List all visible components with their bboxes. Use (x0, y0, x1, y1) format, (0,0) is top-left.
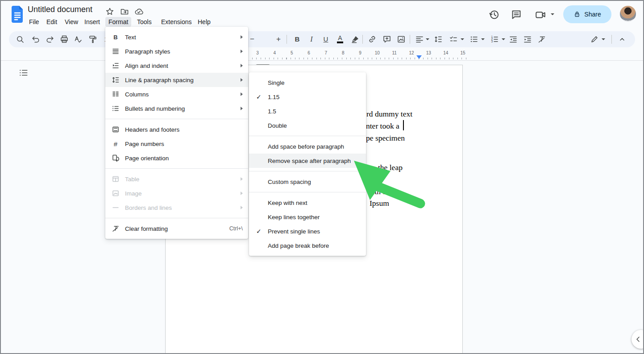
submenu-item-double[interactable]: Double (249, 118, 366, 133)
submenu-item-add-page-break-before[interactable]: Add page break before (249, 238, 366, 253)
video-call-dropdown-icon[interactable] (551, 13, 554, 15)
menu-item-bullets-and-numbering[interactable]: Bullets and numbering (105, 101, 248, 116)
menu-tools[interactable]: Tools (134, 17, 155, 27)
menu-item-clear-formatting[interactable]: Clear formatting Ctrl+\ (105, 221, 248, 236)
image-icon (112, 189, 120, 197)
ruler-number: 11 (391, 50, 397, 55)
line-spacing-icon (434, 35, 443, 44)
video-call-button[interactable] (535, 9, 546, 21)
ruler-number: 13 (425, 50, 432, 55)
menu-extensions[interactable]: Extensions (158, 17, 195, 27)
align-dropdown-icon[interactable] (426, 38, 429, 40)
collapse-toolbar-button[interactable] (618, 35, 627, 44)
submenu-item-prevent-single-lines[interactable]: ✓Prevent single lines (249, 224, 366, 238)
checklist-button[interactable] (449, 35, 458, 44)
version-history-button[interactable] (488, 9, 500, 21)
submenu-item-single[interactable]: Single (249, 75, 366, 90)
numbered-list-dropdown-icon[interactable] (502, 38, 505, 40)
menu-format[interactable]: Format (105, 17, 131, 27)
highlight-color-button[interactable] (351, 35, 360, 44)
menu-file[interactable]: File (26, 17, 42, 27)
undo-button[interactable] (31, 35, 40, 44)
submenu-item-keep-lines-together[interactable]: Keep lines together (249, 210, 366, 224)
menu-insert[interactable]: Insert (81, 17, 103, 27)
menu-item-text[interactable]: B Text (105, 30, 248, 44)
editing-mode-button[interactable] (590, 35, 599, 44)
submenu-item-keep-with-next[interactable]: Keep with next (249, 196, 366, 210)
submenu-arrow-icon (241, 206, 243, 209)
redo-icon (46, 35, 54, 44)
clear-formatting-button[interactable] (537, 35, 546, 44)
spelling-check-button[interactable] (74, 35, 83, 44)
doc-text-fragment: pe specimen (366, 133, 405, 143)
menu-item-align-and-indent[interactable]: Align and indent (105, 58, 248, 73)
line-spacing-button[interactable] (434, 35, 443, 44)
submenu-item-custom-spacing[interactable]: Custom spacing (249, 175, 366, 189)
menu-help[interactable]: Help (195, 17, 214, 27)
submenu-arrow-icon (241, 35, 243, 39)
redo-button[interactable] (46, 35, 54, 44)
print-button[interactable] (60, 35, 69, 44)
move-folder-icon[interactable] (120, 7, 129, 16)
increase-indent-icon (523, 35, 532, 44)
bulleted-list-dropdown-icon[interactable] (481, 38, 485, 40)
share-label: Share (584, 11, 601, 18)
show-outline-button[interactable] (19, 68, 29, 78)
insert-image-button[interactable] (397, 35, 406, 44)
menu-item-page-orientation[interactable]: Page orientation (105, 151, 248, 165)
table-icon (112, 175, 120, 183)
pencil-icon (590, 35, 599, 44)
doc-text-fragment: rd dummy text (366, 109, 412, 119)
paragraph-styles-icon (112, 47, 120, 55)
increase-indent-button[interactable] (523, 35, 532, 44)
checklist-dropdown-icon[interactable] (461, 38, 464, 40)
menu-item-table: Table (105, 172, 248, 186)
page-orientation-icon (112, 154, 120, 162)
link-icon (368, 35, 377, 44)
menu-item-paragraph-styles[interactable]: Paragraph styles (105, 44, 248, 58)
menu-item-line-paragraph-spacing[interactable]: Line & paragraph spacing (105, 73, 248, 87)
bold-button[interactable]: B (293, 35, 302, 44)
submenu-arrow-icon (241, 64, 243, 67)
open-side-panel-button[interactable] (632, 330, 644, 349)
comments-button[interactable] (511, 9, 522, 21)
submenu-item-add-space-before-paragraph[interactable]: Add space before paragraph (249, 139, 366, 154)
shortcut-label: Ctrl+\ (229, 225, 243, 232)
star-icon[interactable] (105, 7, 114, 16)
bulleted-list-button[interactable] (469, 35, 478, 44)
paint-format-button[interactable] (88, 35, 97, 44)
menu-item-page-numbers[interactable]: # Page numbers (105, 137, 248, 151)
submenu-item-1-15[interactable]: ✓1.15 (249, 90, 366, 104)
cloud-status-icon[interactable] (134, 7, 143, 16)
indent-marker-icon[interactable] (416, 55, 422, 59)
decrease-indent-button[interactable] (509, 35, 518, 44)
borders-lines-icon (112, 204, 120, 212)
editing-mode-dropdown-icon[interactable] (602, 38, 605, 40)
font-size-increase-button[interactable]: + (274, 35, 283, 44)
bold-text-icon: B (112, 33, 120, 41)
underline-button[interactable]: U (321, 35, 330, 44)
menu-view[interactable]: View (62, 17, 81, 27)
document-title[interactable]: Untitled document (28, 5, 92, 14)
text-color-swatch (337, 42, 343, 43)
align-button[interactable] (415, 35, 424, 44)
numbered-list-button[interactable]: 123 (490, 35, 499, 44)
italic-button[interactable]: I (307, 35, 316, 44)
menu-item-columns[interactable]: Columns (105, 87, 248, 101)
menu-edit[interactable]: Edit (43, 17, 60, 27)
submenu-item-1-5[interactable]: 1.5 (249, 104, 366, 118)
search-icon (16, 35, 25, 44)
align-left-icon (415, 35, 424, 44)
avatar[interactable] (620, 6, 636, 22)
menu-item-headers-and-footers[interactable]: Headers and footers (105, 122, 248, 137)
docs-logo-icon[interactable] (11, 5, 24, 25)
text-color-button[interactable]: A (336, 35, 345, 44)
add-comment-button[interactable] (382, 35, 391, 44)
font-size-decrease-button[interactable]: − (248, 35, 257, 44)
share-button[interactable]: Share (563, 5, 611, 23)
insert-link-button[interactable] (368, 35, 377, 44)
ruler-number: 7 (324, 50, 328, 55)
submenu-item-remove-space-after-paragraph[interactable]: Remove space after paragraph (249, 154, 366, 168)
search-menus-button[interactable] (16, 35, 25, 44)
doc-text-fragment: with the (367, 187, 392, 196)
